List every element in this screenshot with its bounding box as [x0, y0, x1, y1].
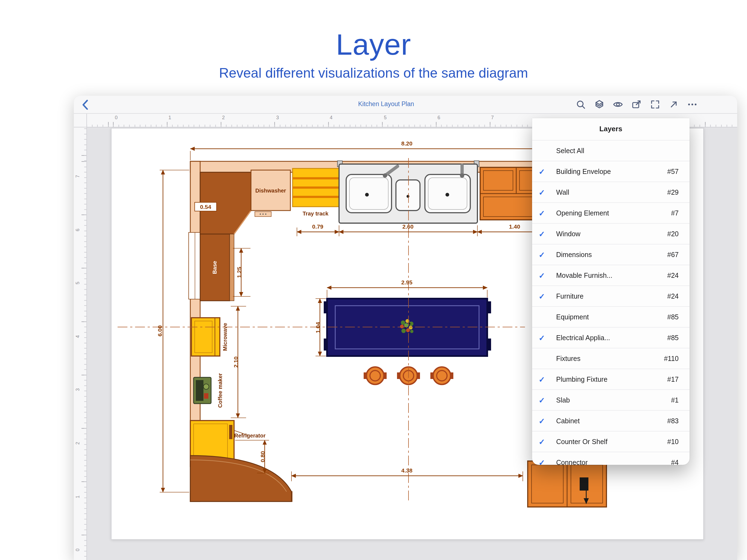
screenshot-root: Layer Reveal different visualizations of… — [0, 0, 747, 560]
dim-text: 0.54 — [200, 204, 211, 210]
layer-row-counter-or-shelf[interactable]: ✓ Counter Or Shelf #10 — [532, 431, 690, 452]
coffee-maker[interactable]: Coffee maker — [194, 373, 223, 408]
dimension-left-height[interactable]: 6.00 — [157, 170, 189, 492]
dim-text: 1.40 — [509, 223, 520, 230]
layer-name: Counter Or Shelf — [556, 438, 667, 446]
dimension-island-width[interactable]: 2.95 — [327, 279, 487, 298]
search-button[interactable] — [574, 98, 587, 111]
dimension-counter-run[interactable]: 2.10 — [231, 306, 246, 418]
ruler-number: 2 — [75, 438, 81, 444]
layer-count: #20 — [667, 230, 679, 238]
layer-row-wall[interactable]: ✓ Wall #29 — [532, 182, 690, 202]
dim-text: 2.60 — [403, 223, 414, 230]
layer-count: #7 — [671, 209, 679, 217]
wall-window[interactable] — [189, 232, 201, 299]
tray-track[interactable]: Tray track — [292, 169, 339, 217]
select-all-button[interactable]: Select All — [532, 140, 690, 161]
ruler-number: 6 — [437, 115, 440, 120]
check-icon: ✓ — [539, 271, 556, 280]
layers-panel-title: Layers — [532, 118, 690, 140]
check-icon: ✓ — [539, 437, 556, 446]
ruler-number: 7 — [75, 171, 81, 178]
layer-row-slab[interactable]: ✓ Slab #1 — [532, 389, 690, 410]
dimension-counter-row[interactable]: 0.79 2.60 1.40 — [297, 222, 552, 236]
layer-name: Opening Element — [556, 209, 671, 217]
diagonal-arrow-icon — [668, 99, 679, 110]
dimension-bottom-width[interactable]: 4.38 — [291, 467, 523, 481]
check-icon: ✓ — [539, 458, 556, 465]
layer-row-equipment[interactable]: ✓ Equipment #85 — [532, 306, 690, 327]
dim-text: 4.38 — [402, 467, 413, 474]
layer-count: #1 — [671, 396, 679, 404]
more-button[interactable] — [686, 98, 699, 111]
layer-row-furniture[interactable]: ✓ Furniture #24 — [532, 285, 690, 306]
layer-name: Dimensions — [556, 251, 667, 258]
layer-row-fixtures[interactable]: ✓ Fixtures #110 — [532, 348, 690, 368]
dimension-top-width[interactable]: 8.20 — [190, 140, 552, 160]
dim-text: 0.80 — [259, 451, 266, 462]
dishwasher-label: Dishwasher — [255, 187, 286, 194]
layer-count: #10 — [667, 438, 679, 446]
layer-count: #24 — [667, 272, 679, 279]
microwave[interactable]: Microwave — [191, 318, 228, 356]
layer-count: #24 — [667, 292, 679, 300]
titlebar: Kitchen Layout Plan — [74, 96, 737, 114]
layer-name: Building Envelope — [556, 168, 667, 175]
ruler-number: 6 — [75, 225, 81, 231]
ruler-number: 0 — [75, 545, 81, 551]
layer-row-dimensions[interactable]: ✓ Dimensions #67 — [532, 244, 690, 265]
layer-count: #83 — [667, 417, 679, 425]
hero-subtitle: Reveal different visualizations of the s… — [0, 65, 747, 81]
dim-text: 2.10 — [233, 357, 239, 368]
layer-row-plumbing-fixture[interactable]: ✓ Plumbing Fixture #17 — [532, 368, 690, 389]
share-icon — [631, 99, 642, 110]
layer-row-electrical-appliances[interactable]: ✓ Electrical Applia... #85 — [532, 327, 690, 348]
ruler-number: 4 — [75, 331, 81, 338]
lower-cabinet[interactable] — [528, 461, 607, 507]
layer-count: #57 — [667, 168, 679, 175]
rounded-counter[interactable] — [190, 456, 291, 502]
check-icon: ✓ — [539, 209, 556, 218]
dim-text: 0.79 — [312, 223, 324, 230]
ruler-number: 0 — [115, 115, 118, 120]
dim-text: 1.25 — [236, 266, 242, 278]
back-button[interactable] — [79, 98, 93, 111]
dim-text: 6.00 — [157, 325, 163, 337]
visibility-button[interactable] — [611, 98, 624, 111]
layers-panel: Layers Select All ✓ Building Envelope #5… — [532, 118, 690, 465]
layer-count: #17 — [667, 376, 679, 383]
refrigerator-label: Refrigerator — [234, 433, 266, 439]
layer-count: #85 — [667, 334, 679, 341]
fullscreen-icon — [650, 99, 661, 110]
layers-button[interactable] — [593, 98, 606, 111]
fullscreen-button[interactable] — [649, 98, 662, 111]
check-icon: ✓ — [539, 333, 556, 342]
dimension-window-height[interactable]: 1.25 — [233, 248, 251, 297]
layer-row-movable-furnishings[interactable]: ✓ Movable Furnish... #24 — [532, 265, 690, 285]
resize-button[interactable] — [667, 98, 680, 111]
dim-text: 8.20 — [402, 140, 413, 147]
layer-row-cabinet[interactable]: ✓ Cabinet #83 — [532, 410, 690, 431]
ruler-number: 5 — [384, 115, 387, 120]
layer-name: Wall — [556, 188, 667, 196]
coffee-maker-label: Coffee maker — [217, 373, 223, 408]
base-cabinet[interactable]: Base — [200, 234, 234, 301]
layer-name: Plumbing Fixture — [556, 376, 667, 383]
layer-row-opening-element[interactable]: ✓ Opening Element #7 — [532, 202, 690, 223]
share-button[interactable] — [630, 98, 643, 111]
layer-count: #85 — [667, 313, 679, 321]
dim-text: 1.04 — [315, 322, 321, 333]
ruler-number: 4 — [330, 115, 333, 120]
dimension-corner-depth[interactable]: 0.54 — [195, 202, 216, 211]
chevron-left-icon — [79, 98, 93, 111]
check-icon: ✓ — [539, 416, 556, 425]
ruler-number: 3 — [276, 115, 279, 120]
layer-row-building-envelope[interactable]: ✓ Building Envelope #57 — [532, 161, 690, 182]
ruler-number: 1 — [169, 115, 171, 120]
layer-row-window[interactable]: ✓ Window #20 — [532, 223, 690, 244]
layer-name: Cabinet — [556, 417, 667, 425]
ruler-number: 5 — [75, 278, 81, 284]
dishwasher[interactable]: Dishwasher — [251, 170, 290, 217]
layer-row-connector[interactable]: ✓ Connector #4 — [532, 452, 690, 465]
layer-name: Connector — [556, 459, 671, 465]
